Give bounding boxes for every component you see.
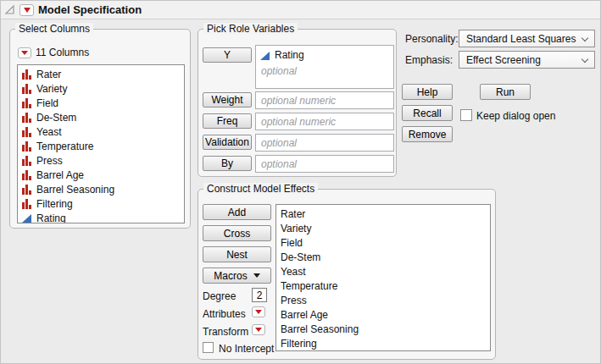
y-role-button[interactable]: Y (203, 47, 252, 63)
red-triangle-icon (255, 328, 262, 332)
degree-input[interactable] (252, 288, 267, 302)
list-item[interactable]: Yeast (18, 124, 184, 139)
cross-button[interactable]: Cross (203, 225, 271, 241)
weight-role-button[interactable]: Weight (203, 92, 252, 108)
no-intercept-label: No Intercept (219, 343, 274, 355)
effect-item[interactable]: Yeast (276, 264, 490, 279)
nominal-column-icon (21, 184, 32, 195)
nominal-column-icon (21, 97, 32, 108)
effect-item[interactable]: De-Stem (276, 250, 490, 264)
red-triangle-menu-button[interactable] (19, 4, 34, 16)
validation-role-placeholder: optional (256, 135, 393, 152)
list-item[interactable]: Rater (18, 67, 184, 81)
validation-role-box[interactable]: optional (255, 134, 394, 152)
run-button[interactable]: Run (480, 84, 531, 100)
effect-item[interactable]: Press (276, 293, 490, 307)
nominal-column-icon (21, 141, 32, 152)
no-intercept-checkbox[interactable] (203, 342, 214, 353)
personality-label: Personality: (405, 33, 459, 45)
list-item[interactable]: Filtering (18, 196, 184, 211)
red-triangle-icon (255, 310, 262, 314)
validation-role-button[interactable]: Validation (203, 135, 252, 150)
y-role-assigned-item[interactable]: Rating (256, 46, 393, 63)
continuous-column-icon (21, 212, 32, 223)
effect-item[interactable]: Variety (276, 221, 490, 235)
freq-role-placeholder: optional numeric (256, 113, 393, 130)
freq-role-box[interactable]: optional numeric (255, 113, 394, 130)
effect-item[interactable]: Barrel Age (276, 307, 490, 322)
effect-item[interactable]: Barrel Seasoning (276, 322, 490, 336)
remove-button[interactable]: Remove (402, 126, 453, 142)
nominal-column-icon (21, 169, 32, 180)
construct-model-effects-legend: Construct Model Effects (203, 183, 318, 195)
emphasis-label: Emphasis: (405, 54, 453, 66)
list-item[interactable]: Barrel Seasoning (18, 182, 184, 196)
nominal-column-icon (21, 155, 32, 166)
list-item[interactable]: Variety (18, 81, 184, 96)
model-specification-dialog: Model Specification Select Columns 11 Co… (0, 0, 601, 364)
nominal-column-icon (21, 69, 32, 80)
emphasis-select[interactable]: Effect Screening (459, 51, 595, 69)
effect-item[interactable]: Rater (276, 207, 490, 221)
continuous-column-icon (259, 50, 270, 61)
dropdown-arrow-icon (253, 273, 260, 278)
effect-item[interactable]: Temperature (276, 279, 490, 293)
select-columns-panel: Select Columns 11 Columns Rater Variety … (9, 29, 191, 229)
list-item[interactable]: Press (18, 153, 184, 168)
effect-item[interactable]: Filtering (276, 336, 490, 350)
red-triangle-icon (21, 51, 28, 55)
attributes-red-triangle-button[interactable] (252, 306, 265, 317)
page-title: Model Specification (38, 3, 142, 16)
chevron-down-icon (582, 56, 588, 63)
columns-count-label: 11 Columns (36, 47, 89, 58)
by-role-box[interactable]: optional (255, 155, 394, 173)
attributes-label: Attributes (203, 308, 246, 320)
red-triangle-icon (24, 8, 31, 13)
select-columns-legend: Select Columns (15, 23, 93, 35)
model-effects-list: Rater Variety Field De-Stem Yeast Temper… (275, 204, 491, 351)
nest-button[interactable]: Nest (203, 246, 271, 262)
freq-role-button[interactable]: Freq (203, 113, 252, 129)
macros-button[interactable]: Macros (203, 267, 271, 284)
chevron-down-icon (582, 35, 588, 41)
keep-dialog-open-checkbox[interactable] (460, 109, 472, 121)
list-item[interactable]: Barrel Age (18, 168, 184, 182)
transform-red-triangle-button[interactable] (252, 324, 265, 335)
pick-role-variables-legend: Pick Role Variables (203, 23, 298, 35)
y-role-box[interactable]: Rating optional (255, 45, 394, 89)
degree-label: Degree (203, 290, 236, 302)
weight-role-placeholder: optional numeric (256, 92, 393, 109)
list-item[interactable]: Rating (18, 211, 184, 223)
outline-header: Model Specification (1, 1, 600, 19)
disclosure-triangle-icon[interactable] (4, 4, 15, 15)
nominal-column-icon (21, 198, 32, 209)
y-role-placeholder: optional (256, 63, 393, 80)
pick-role-variables-panel: Pick Role Variables Y Rating optional We… (198, 29, 397, 177)
keep-dialog-open-label: Keep dialog open (476, 110, 555, 122)
columns-red-triangle-menu-button[interactable] (18, 47, 31, 58)
construct-model-effects-panel: Construct Model Effects Add Cross Nest M… (198, 189, 496, 360)
personality-select[interactable]: Standard Least Squares (459, 30, 595, 47)
weight-role-box[interactable]: optional numeric (255, 91, 394, 109)
help-button[interactable]: Help (402, 84, 453, 100)
list-item[interactable]: Field (18, 96, 184, 110)
nominal-column-icon (21, 126, 32, 137)
transform-label: Transform (203, 326, 248, 338)
by-role-button[interactable]: By (203, 156, 252, 171)
add-button[interactable]: Add (203, 204, 271, 220)
list-item[interactable]: Temperature (18, 139, 184, 153)
by-role-placeholder: optional (256, 156, 393, 173)
nominal-column-icon (21, 83, 32, 94)
effect-item[interactable]: Field (276, 235, 490, 250)
columns-list: Rater Variety Field De-Stem Yeast Temper… (17, 64, 185, 223)
nominal-column-icon (21, 112, 32, 123)
recall-button[interactable]: Recall (402, 105, 453, 121)
list-item[interactable]: De-Stem (18, 110, 184, 124)
